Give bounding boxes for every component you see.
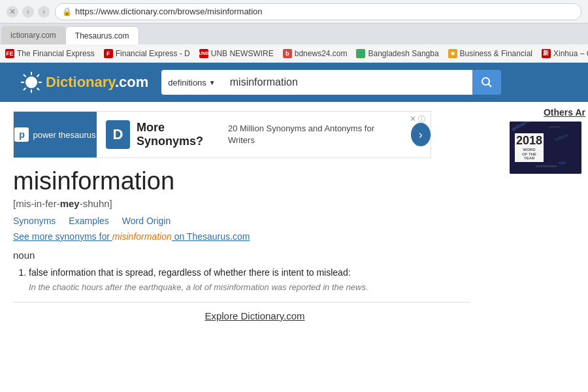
tab-dictionary[interactable]: ictionary.com [1, 26, 65, 44]
bookmark-biz[interactable]: ★ Business & Financial [448, 49, 532, 58]
search-type-label: definitions [168, 78, 206, 88]
svg-point-9 [482, 78, 489, 85]
logo-sun-icon [20, 71, 43, 94]
definition-text-1: false information that is spread, regard… [29, 267, 351, 278]
definition-list: false information that is spread, regard… [13, 266, 497, 294]
favicon-bsb: 🌐 [356, 49, 365, 58]
site-logo-text: Dictionary.com [46, 74, 148, 91]
url-text: https://www.dictionary.com/browse/misinf… [75, 7, 263, 16]
tab-dictionary-label: ictionary.com [10, 31, 56, 40]
svg-line-10 [489, 84, 492, 88]
favicon-fe: FE [5, 49, 14, 58]
ad-info-icon[interactable]: ⓘ [418, 114, 425, 124]
year-number: 2018 [516, 135, 542, 148]
svg-point-0 [25, 76, 37, 88]
bookmark-fe-label: The Financial Express [17, 49, 95, 58]
main-content: p power thesaurus D More Synonyms? 20 Mi… [0, 102, 510, 392]
word-heading: misinformation [13, 167, 497, 195]
svg-line-5 [24, 74, 26, 77]
favicon-fe2: F [104, 49, 113, 58]
browser-bar: ✕ ‹ › 🔒 https://www.dictionary.com/brows… [0, 0, 588, 24]
explore-dictionary-link[interactable]: Explore Dictionary.com [204, 310, 304, 321]
svg-text:summer: summer [549, 125, 561, 129]
ad-close-button[interactable]: ✕ [410, 114, 416, 123]
bookmark-bsb[interactable]: 🌐 Bangladesh Sangba [356, 49, 438, 58]
bookmark-bd[interactable]: b bdnews24.com [283, 49, 348, 58]
pronunciation: [mis-in-fer-mey-shuhn] [13, 198, 497, 209]
pronunciation-text: [mis-in-fer-mey-shuhn] [13, 198, 112, 209]
site-header: Dictionary.com definitions ▼ [0, 63, 588, 102]
favicon-bd: b [283, 49, 292, 58]
definition-item-1: false information that is spread, regard… [29, 266, 497, 294]
forward-btn[interactable]: › [38, 6, 50, 18]
svg-text:misinformation: misinformation [536, 164, 557, 168]
browser-controls: ✕ ‹ › [7, 6, 50, 18]
chevron-down-icon: ▼ [209, 79, 216, 86]
svg-line-7 [37, 74, 40, 77]
ad-middle: D More Synonyms? [97, 120, 228, 149]
others-label: Others Ar [510, 102, 588, 122]
logo-area[interactable]: Dictionary.com [20, 71, 148, 94]
ad-d-icon: D [106, 120, 130, 149]
year-label: WORDOF THEYEAR [522, 148, 536, 161]
svg-text:elph: elph [559, 161, 566, 165]
section-divider [13, 302, 470, 302]
word-tabs: Synonyms Examples Word Origin [13, 216, 497, 226]
tab-synonyms[interactable]: Synonyms [13, 216, 56, 226]
tab-thesaurus-label: Thesaurus.com [75, 31, 129, 41]
synonyms-promo: See more synonyms for misinformation on … [13, 231, 497, 242]
bookmark-xin[interactable]: 新 Xinhua – China, Wor [542, 49, 588, 58]
ad-brand-label: power thesaurus [33, 130, 95, 140]
favicon-unb: UNB [199, 49, 208, 58]
explore-link[interactable]: Explore Dictionary.com [13, 310, 497, 321]
part-of-speech: noun [13, 250, 497, 261]
example-sentence-1: In the chaotic hours after the earthquak… [29, 281, 497, 294]
stress-syllable: mey [60, 198, 80, 209]
word-year-badge: 2018 WORDOF THEYEAR [515, 133, 544, 162]
search-type-dropdown[interactable]: definitions ▼ [161, 70, 221, 95]
ad-arrow-button[interactable]: › [411, 123, 431, 146]
browser-tabs: ictionary.com Thesaurus.com [0, 24, 588, 44]
search-area: definitions ▼ [161, 70, 501, 95]
search-input[interactable] [222, 70, 473, 95]
svg-line-6 [37, 88, 40, 91]
bookmark-bsb-label: Bangladesh Sangba [368, 49, 438, 58]
favicon-xin: 新 [542, 49, 551, 58]
tab-thesaurus[interactable]: Thesaurus.com [65, 26, 139, 44]
bookmark-fe2[interactable]: F Financial Express - D [104, 49, 190, 58]
back-btn[interactable]: ‹ [22, 6, 34, 18]
content-wrap: p power thesaurus D More Synonyms? 20 Mi… [0, 102, 588, 392]
bookmarks-bar: FE The Financial Express F Financial Exp… [0, 44, 588, 63]
bookmark-biz-label: Business & Financial [460, 49, 532, 58]
svg-line-8 [24, 88, 26, 91]
bookmark-unb[interactable]: UNB UNB NEWSWIRE [199, 49, 274, 58]
search-button[interactable] [472, 70, 501, 95]
address-bar[interactable]: 🔒 https://www.dictionary.com/browse/misi… [55, 3, 581, 20]
tab-word-origin[interactable]: Word Origin [122, 216, 171, 226]
tab-examples[interactable]: Examples [69, 216, 108, 226]
ad-logo-icon: p [14, 127, 29, 142]
ad-brand-area: p power thesaurus [14, 112, 97, 157]
close-btn[interactable]: ✕ [7, 6, 18, 18]
synonyms-promo-text: See more synonyms for [13, 231, 112, 242]
bookmark-xin-label: Xinhua – China, Wor [553, 49, 588, 58]
synonyms-suffix[interactable]: on Thesaurus.com [172, 231, 250, 242]
ad-headline: More Synonyms? [137, 121, 219, 148]
bookmark-fe[interactable]: FE The Financial Express [5, 49, 95, 58]
ad-subtext: 20 Million Synonyms and Antonyms for Wri… [228, 123, 403, 146]
search-icon [481, 76, 493, 88]
favicon-biz: ★ [448, 49, 457, 58]
bookmark-fe2-label: Financial Express - D [116, 49, 190, 58]
synonyms-word-link[interactable]: misinformation [112, 231, 172, 242]
word-of-year-image[interactable]: definitions summer artisan adpmb culture… [510, 122, 581, 174]
sidebar: Others Ar definitions summer artisan adp… [510, 102, 588, 392]
bookmark-bd-label: bdnews24.com [295, 49, 348, 58]
bookmark-unb-label: UNB NEWSWIRE [211, 49, 274, 58]
ad-banner: p power thesaurus D More Synonyms? 20 Mi… [13, 111, 431, 158]
lock-icon: 🔒 [62, 7, 72, 16]
